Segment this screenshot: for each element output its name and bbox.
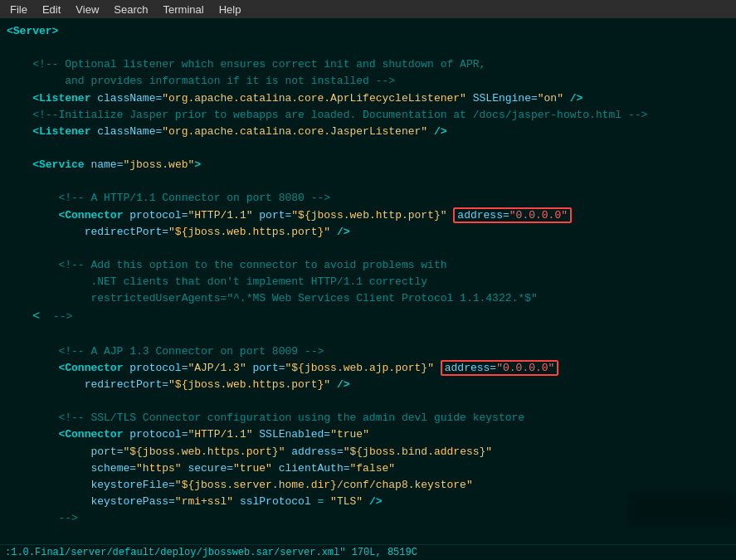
line-ssl-end: --> — [7, 510, 729, 527]
line-ssl-pass: keystorePass="rmi+ssl" sslProtocol = "TL… — [7, 494, 729, 510]
line-comment-net3: restrictedUserAgents="^.*MS Web Services… — [7, 290, 729, 307]
menubar: File Edit View Search Terminal Help — [0, 0, 736, 18]
line-blank-7 — [7, 527, 729, 543]
line-comment-net1: <!-- Add this option to the connector to… — [7, 257, 729, 274]
line-comment-http: <!-- A HTTP/1.1 Connector on port 8080 -… — [7, 190, 729, 207]
line-blank-5 — [7, 327, 729, 343]
statusbar: :1.0.Final/server/default/deploy/jbosswe… — [0, 544, 736, 560]
line-comment-apr1: <!-- Optional listener which ensures cor… — [7, 56, 729, 73]
line-server-tag: <Server> — [7, 23, 729, 40]
menu-help[interactable]: Help — [212, 2, 248, 17]
menu-terminal[interactable]: Terminal — [157, 2, 211, 17]
line-connector-http: <Connector protocol="HTTP/1.1" port="${j… — [7, 207, 729, 224]
line-arrow: < --> — [7, 307, 729, 326]
line-comment-apr2: and provides information if it is not in… — [7, 73, 729, 90]
line-comment-ajp: <!-- A AJP 1.3 Connector on port 8009 --… — [7, 343, 729, 360]
line-engine: <Engine name="jboss.web" defaultHost="lo… — [7, 543, 729, 544]
line-comment-ssl: <!-- SSL/TLS Connector configuration usi… — [7, 410, 729, 426]
menu-view[interactable]: View — [69, 2, 105, 17]
menu-edit[interactable]: Edit — [36, 2, 67, 17]
line-blank-1 — [7, 40, 729, 56]
line-listener-jasper: <Listener className="org.apache.catalina… — [7, 124, 729, 140]
menu-search[interactable]: Search — [107, 2, 154, 17]
line-blank-3 — [7, 173, 729, 190]
line-ssl-scheme: scheme="https" secure="true" clientAuth=… — [7, 460, 729, 477]
menu-file[interactable]: File — [3, 2, 34, 17]
line-redirect-ajp: redirectPort="${jboss.web.https.port}" /… — [7, 377, 729, 393]
line-blank-6 — [7, 393, 729, 410]
line-connector-ajp: <Connector protocol="AJP/1.3" port="${jb… — [7, 360, 729, 377]
line-comment-jasper: <!--Initialize Jasper prior to webapps a… — [7, 107, 729, 124]
code-editor: <Server> <!-- Optional listener which en… — [0, 18, 736, 544]
line-comment-net2: .NET clients that don't implement HTTP/1… — [7, 274, 729, 290]
line-ssl-port: port="${jboss.web.https.port}" address="… — [7, 444, 729, 460]
line-ssl-keystore: keystoreFile="${jboss.server.home.dir}/c… — [7, 477, 729, 494]
line-listener-apr: <Listener className="org.apache.catalina… — [7, 90, 729, 107]
line-ssl-connector: <Connector protocol="HTTP/1.1" SSLEnable… — [7, 426, 729, 443]
line-redirect-http: redirectPort="${jboss.web.https.port}" /… — [7, 224, 729, 241]
blur-overlay — [628, 493, 736, 526]
line-blank-2 — [7, 140, 729, 157]
line-service: <Service name="jboss.web"> — [7, 157, 729, 173]
line-blank-4 — [7, 241, 729, 257]
